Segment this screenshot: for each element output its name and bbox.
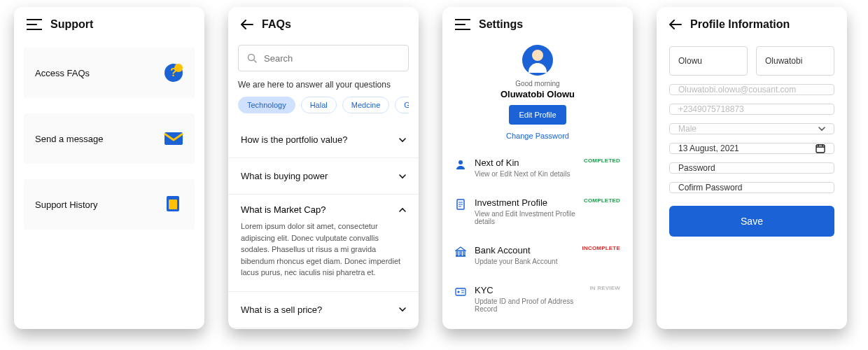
svg-rect-9: [456, 288, 465, 295]
chip-halal[interactable]: Halal: [301, 97, 337, 113]
svg-text:?: ?: [170, 66, 177, 78]
change-password-link[interactable]: Change Password: [506, 132, 569, 140]
svg-point-10: [457, 290, 459, 293]
password-field[interactable]: Password: [669, 162, 834, 174]
page-title: Settings: [479, 18, 523, 31]
page-title: Profile Information: [690, 18, 790, 31]
faq-question: What is a sell price?: [241, 304, 322, 315]
svg-point-7: [458, 160, 463, 164]
chip-medicine[interactable]: Medcine: [342, 97, 390, 113]
settings-item-preference[interactable]: Preference Set app features and security: [455, 325, 620, 329]
chip-government[interactable]: Government: [395, 97, 409, 113]
back-icon[interactable]: [241, 20, 253, 29]
support-item-label: Access FAQs: [35, 68, 90, 78]
faq-question: What is buying power: [241, 171, 328, 181]
page-title: Support: [50, 18, 93, 31]
faq-item[interactable]: How is the portfolio value?: [228, 122, 419, 158]
chevron-down-icon: [399, 173, 406, 180]
svg-rect-3: [164, 132, 183, 145]
chevron-down-icon: [818, 125, 825, 132]
last-name-field[interactable]: Oluwatobi: [756, 46, 834, 76]
date-field[interactable]: 13 August, 2021: [669, 143, 834, 154]
svg-rect-13: [816, 145, 825, 153]
search-icon: [247, 53, 257, 63]
settings-item-title: Investment Profile: [475, 197, 575, 208]
page-title: FAQs: [262, 18, 291, 31]
settings-screen: Settings Good morning Oluwatobi Olowu Ed…: [442, 7, 633, 329]
settings-item-subtitle: Update your Bank Account: [475, 258, 574, 265]
status-badge: INCOMPLETE: [582, 245, 620, 251]
faq-question: What is Market Cap?: [241, 204, 326, 215]
settings-item-title: Bank Account: [475, 245, 574, 255]
greeting: Good morning: [515, 80, 559, 88]
email-field[interactable]: Oluwatobi.olowu@cousant.com: [669, 84, 834, 95]
phone-field[interactable]: +2349075718873: [669, 104, 834, 115]
profile-info-screen: Profile Information Olowu Oluwatobi Oluw…: [657, 7, 847, 329]
note-icon: [164, 195, 183, 214]
chip-technology[interactable]: Technology: [238, 97, 295, 113]
settings-item-kyc[interactable]: KYC Update ID and Proof of Address Recor…: [455, 277, 620, 321]
edit-profile-button[interactable]: Edit Profile: [509, 105, 566, 125]
gender-select[interactable]: Male: [669, 123, 834, 134]
support-item-history[interactable]: Support History: [24, 179, 195, 230]
chevron-down-icon: [399, 136, 406, 144]
status-badge: IN REVIEW: [589, 285, 620, 291]
settings-item-bank[interactable]: Bank Account Update your Bank Account IN…: [455, 237, 620, 273]
settings-item-subtitle: View and Edit Investment Profile details: [475, 210, 575, 225]
support-item-label: Send a message: [35, 134, 104, 144]
chevron-up-icon: [399, 206, 406, 214]
back-icon[interactable]: [669, 20, 682, 29]
settings-item-subtitle: View or Edit Next of Kin details: [475, 170, 575, 178]
confirm-password-field[interactable]: Cofirm Password: [669, 182, 834, 193]
menu-icon[interactable]: [455, 19, 470, 30]
bank-icon: [455, 246, 466, 258]
settings-item-title: Next of Kin: [475, 158, 575, 168]
settings-item-title: KYC: [475, 285, 581, 295]
question-icon: ?: [164, 63, 183, 83]
menu-icon[interactable]: [27, 19, 42, 30]
avatar: [522, 45, 553, 76]
faq-item[interactable]: What is buying power: [228, 158, 419, 195]
support-item-message[interactable]: Send a message: [24, 113, 195, 164]
status-badge: COMPLETED: [584, 158, 620, 164]
faq-item-expanded[interactable]: What is Market Cap? Lorem ipsum dolor si…: [228, 195, 419, 292]
support-item-label: Support History: [35, 200, 98, 210]
search-field[interactable]: [264, 53, 400, 64]
settings-item-subtitle: Update ID and Proof of Address Record: [475, 298, 581, 313]
svg-rect-5: [169, 200, 177, 209]
status-badge: COMPLETED: [584, 197, 620, 204]
first-name-field[interactable]: Olowu: [669, 46, 748, 76]
settings-item-next-of-kin[interactable]: Next of Kin View or Edit Next of Kin det…: [455, 150, 620, 186]
category-chips: Technology Halal Medcine Government: [238, 97, 409, 113]
save-button[interactable]: Save: [669, 206, 834, 237]
faq-item[interactable]: What is a sell price?: [228, 292, 419, 328]
support-screen: Support Access FAQs ? Send a message Sup…: [14, 7, 204, 329]
faq-subtitle: We are here to answer all your questions: [238, 80, 409, 90]
id-icon: [455, 286, 466, 298]
search-input[interactable]: [238, 45, 409, 71]
calendar-icon: [816, 144, 825, 153]
mail-icon: [164, 129, 183, 148]
faqs-screen: FAQs We are here to answer all your ques…: [228, 7, 419, 329]
faq-question: How is the portfolio value?: [241, 134, 347, 145]
faq-answer: Lorem ipsum dolor sit amet, consectetur …: [241, 220, 406, 279]
doc-icon: [455, 199, 466, 210]
person-icon: [455, 159, 466, 170]
svg-point-6: [248, 55, 255, 61]
support-item-faqs[interactable]: Access FAQs ?: [24, 48, 195, 98]
chevron-down-icon: [399, 306, 406, 313]
settings-item-investment[interactable]: Investment Profile View and Edit Investm…: [455, 190, 620, 233]
user-name: Oluwatobi Olowu: [500, 89, 575, 99]
